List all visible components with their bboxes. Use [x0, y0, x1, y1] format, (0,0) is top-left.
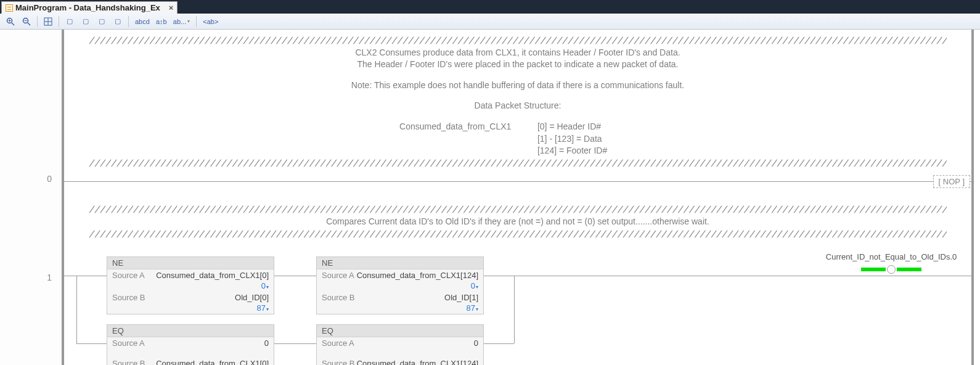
eq-instruction[interactable]: EQ Source A0 Source BConsumed_data_from_… — [107, 325, 274, 365]
comment-line: [124] = Footer ID# — [89, 145, 947, 157]
rung0-comment: ////////////////////////////////////////… — [64, 30, 971, 173]
comment-line: The Header / Footer ID's were placed in … — [89, 59, 947, 71]
branch-vertical — [76, 276, 77, 343]
instruction-title: NE — [107, 257, 274, 269]
edit-button-2[interactable]: ▢ — [79, 15, 92, 28]
coil-tag: Current_ID_not_Equal_to_Old_IDs.0 — [811, 252, 971, 261]
comment-line: [1] - [123] = Data — [89, 133, 947, 146]
comment-border: ////////////////////////////////////////… — [89, 157, 947, 170]
zoom-in-button[interactable] — [4, 15, 17, 28]
source-b-tag[interactable]: Old_ID[0] — [158, 293, 269, 302]
wire — [64, 276, 107, 276]
edit-button-4[interactable]: ▢ — [111, 15, 125, 28]
main-rails: ////////////////////////////////////////… — [62, 30, 974, 365]
source-b-tag[interactable]: Old_ID[1] — [368, 293, 478, 302]
comment-border: ////////////////////////////////////////… — [89, 203, 947, 216]
rung-number: 0 — [9, 174, 52, 184]
edit-button-1[interactable]: ▢ — [63, 15, 76, 28]
live-value[interactable]: 0 — [107, 281, 274, 292]
branch-vertical — [514, 276, 515, 343]
toggle-view-button[interactable] — [41, 15, 55, 28]
comment-line: Consumed_data_from_CLX1 [0] = Header ID# — [89, 121, 947, 133]
ne-instruction[interactable]: NE Source AConsumed_data_from_CLX1[124] … — [317, 257, 483, 314]
tab-bar: MainProgram - Data_Handshaking_Ex × — [0, 0, 980, 14]
ne-instruction[interactable]: NE Source AConsumed_data_from_CLX1[0] 0 … — [107, 257, 274, 314]
close-icon[interactable]: × — [169, 3, 174, 12]
tag-brackets-button[interactable]: <ab> — [200, 15, 221, 28]
ote-coil-icon — [811, 265, 971, 274]
left-rail — [0, 30, 62, 365]
rung-number: 1 — [9, 273, 52, 282]
separator — [128, 16, 129, 27]
rung-0[interactable]: 0 [ NOP ] — [64, 174, 971, 192]
source-b-tag[interactable]: Consumed_data_from_CLX1[0] — [156, 359, 269, 365]
comment-border: ////////////////////////////////////////… — [89, 228, 947, 240]
wire — [274, 276, 317, 276]
ab-swap-button[interactable]: a↕b — [155, 15, 168, 28]
separator — [196, 16, 197, 27]
comment-line: CLX2 Consumes produce data from CLX1, it… — [89, 47, 947, 59]
svg-line-5 — [28, 23, 30, 25]
nop-instruction[interactable]: [ NOP ] — [933, 175, 970, 188]
zoom-out-icon — [22, 17, 31, 26]
toolbar: ▢ ▢ ▢ ▢ abcd a↕b ab... <ab> — [0, 14, 980, 30]
comment-line: Compares Current data ID's to Old ID's i… — [89, 216, 947, 228]
routine-icon — [6, 4, 13, 12]
comment-line: Data Packet Structure: — [89, 100, 947, 112]
eq-instruction[interactable]: EQ Source A0 Source BConsumed_data_from_… — [317, 325, 483, 365]
rung-1[interactable]: 1 NE Source AConsumed_data_from_CLX1[0] … — [64, 251, 971, 365]
rung-wire — [64, 181, 971, 182]
source-a-tag[interactable]: 0 — [368, 338, 478, 348]
rung1-comment: ////////////////////////////////////////… — [64, 192, 971, 244]
source-a-tag[interactable]: Consumed_data_from_CLX1[124] — [357, 271, 478, 280]
wire — [514, 276, 971, 276]
zoom-out-button[interactable] — [20, 15, 33, 28]
tab-title: MainProgram - Data_Handshaking_Ex — [15, 3, 160, 12]
tab-main[interactable]: MainProgram - Data_Handshaking_Ex × — [1, 1, 178, 14]
comment-line: Note: This example does not handle buffe… — [89, 80, 947, 92]
zoom-in-icon — [6, 17, 15, 26]
wire — [76, 343, 107, 344]
comment-border: ////////////////////////////////////////… — [89, 35, 947, 47]
abcd-button[interactable]: abcd — [133, 15, 152, 28]
source-a-tag[interactable]: 0 — [158, 338, 269, 348]
ab-dropdown[interactable]: ab... — [171, 15, 192, 28]
source-a-tag[interactable]: Consumed_data_from_CLX1[0] — [156, 271, 269, 280]
wire — [483, 343, 514, 344]
live-value[interactable]: 87 — [107, 303, 274, 314]
live-value[interactable]: 87 — [317, 303, 483, 314]
separator — [59, 16, 59, 27]
instruction-title: EQ — [317, 325, 483, 337]
live-value[interactable]: 0 — [317, 281, 483, 292]
edit-button-3[interactable]: ▢ — [95, 15, 108, 28]
grid-icon — [44, 17, 52, 26]
ladder-editor: ////////////////////////////////////////… — [0, 30, 980, 365]
wire — [274, 343, 317, 344]
instruction-title: EQ — [107, 325, 274, 337]
separator — [37, 16, 38, 27]
wire — [483, 276, 514, 276]
svg-line-1 — [12, 23, 14, 25]
instruction-title: NE — [317, 257, 483, 269]
source-b-tag[interactable]: Consumed_data_from_CLX1[124] — [357, 359, 478, 365]
